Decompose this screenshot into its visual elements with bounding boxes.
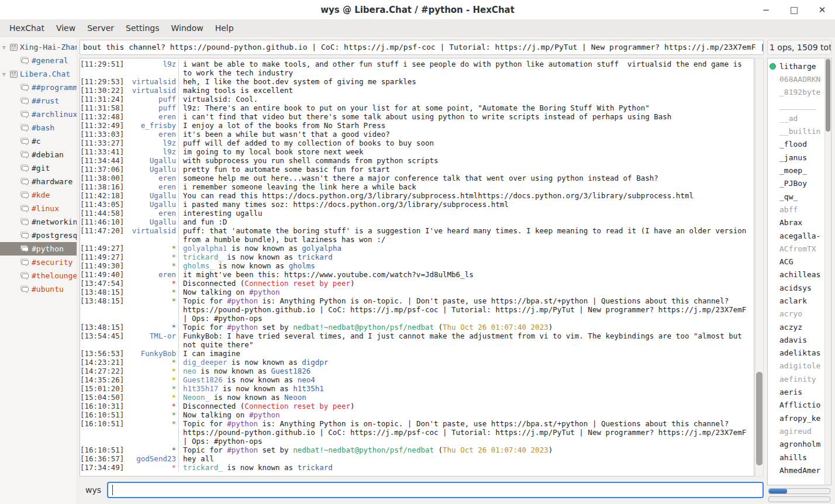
user-item-ahills[interactable]: ahills — [768, 451, 824, 464]
user-status-spacer — [770, 76, 776, 82]
message-nick: virtualsid — [126, 226, 176, 244]
user-item-achilleas[interactable]: achilleas — [768, 268, 824, 281]
user-item-afropy-ke[interactable]: afropy_ke — [768, 412, 824, 424]
event-star: * — [126, 463, 176, 472]
tree-item-rust[interactable]: ##rust — [0, 94, 77, 108]
user-item-[interactable]: ________ — [768, 99, 824, 112]
tree-item-git[interactable]: #git — [0, 161, 77, 175]
tree-item-ubuntu[interactable]: #ubuntu — [0, 282, 77, 296]
user-item-qw[interactable]: _qw_ — [768, 190, 824, 203]
tree-item-python[interactable]: #python — [0, 242, 77, 256]
user-item-ahmedamer[interactable]: AhmedAmer — [768, 464, 824, 477]
tree-item-security[interactable]: #security — [0, 256, 77, 269]
chat-line: [16:10:31]*Disconnected (Connection rese… — [80, 402, 754, 410]
user-nick-label: acegalla- — [779, 232, 820, 240]
channel-chat-icon — [20, 111, 29, 119]
chat-scrollbar[interactable] — [755, 58, 764, 477]
message-segment: is now known as — [227, 244, 302, 253]
tree-item-archlinux[interactable]: #archlinux — [0, 108, 77, 121]
user-item-ad[interactable]: __ad — [768, 112, 824, 125]
tree-expander-icon[interactable]: ▽ — [2, 44, 10, 50]
user-item-acg[interactable]: ACG — [768, 255, 824, 268]
chat-line-meta: [13:48:15]* — [80, 323, 179, 332]
timestamp: [11:29:51] — [80, 60, 124, 77]
titlebar[interactable]: wys @ Libera.Chat / #python - HexChat − … — [0, 0, 835, 19]
tree-item-thelounge[interactable]: #thelounge — [0, 269, 77, 282]
user-nick-label: adeliktas — [779, 348, 820, 357]
user-item-janus[interactable]: _janus — [768, 151, 824, 164]
chat-line-meta: [11:49:40]eren — [80, 270, 179, 279]
tree-item-label: Libera.Chat — [20, 70, 70, 78]
tree-item-linux[interactable]: #linux — [0, 202, 77, 215]
tree-item-kde[interactable]: #kde — [0, 188, 77, 202]
menu-help[interactable]: Help — [209, 23, 240, 33]
event-star: * — [126, 296, 176, 323]
user-status-spacer — [770, 246, 776, 252]
message-segment: neo — [183, 367, 196, 375]
user-item-8192byte[interactable]: _8192byte — [768, 86, 824, 99]
user-item-adigitole[interactable]: adigitole — [768, 360, 824, 372]
user-item-acfromtx[interactable]: ACfromTX — [768, 242, 824, 255]
menu-settings[interactable]: Settings — [120, 23, 165, 33]
user-item-acryo[interactable]: acryo — [768, 308, 824, 320]
menu-window[interactable]: Window — [165, 23, 209, 33]
user-item-adeliktas[interactable]: adeliktas — [768, 347, 824, 360]
user-item-adavis[interactable]: adavis — [768, 333, 824, 346]
user-item-builtin[interactable]: __builtin — [768, 125, 824, 137]
message-input[interactable] — [107, 482, 764, 498]
tree-item-programming[interactable]: ##programming — [0, 81, 77, 94]
message-segment: #python — [227, 323, 258, 332]
message-segment: nedbat!~nedbat@python/psf/nedbat — [293, 446, 434, 454]
message-segment: golyalpha — [302, 244, 341, 253]
menu-hexchat[interactable]: HexChat — [4, 23, 50, 33]
user-item-acidsys[interactable]: acidsys — [768, 281, 824, 294]
chat-line-meta: [11:33:27]l9z — [80, 139, 179, 147]
tree-item-hardware[interactable]: #hardware — [0, 175, 77, 188]
user-item-abff[interactable]: abff — [768, 203, 824, 216]
user-status-spacer — [770, 467, 776, 474]
message-segment: ( — [434, 323, 443, 332]
message-segment: and fun :D — [183, 218, 227, 226]
user-item-acegalla[interactable]: acegalla- — [768, 229, 824, 242]
message-text: h1t35h17 is now known as h1t35h1 — [179, 384, 754, 393]
user-item-pjboy[interactable]: _PJBoy — [768, 177, 824, 190]
user-nick-label: ________ — [779, 101, 816, 110]
tree-item-postgresql[interactable]: #postgresql — [0, 229, 77, 242]
message-segment: Neoon — [284, 393, 306, 402]
message-segment: You can read this https://docs.python.or… — [183, 191, 693, 200]
user-item-afflictio[interactable]: Afflictio — [768, 399, 824, 412]
user-item-aclark[interactable]: aclark — [768, 294, 824, 307]
maximize-icon[interactable]: □ — [788, 4, 800, 16]
tree-item-c[interactable]: #c — [0, 134, 77, 148]
tree-item-libera-chat[interactable]: ▽Libera.Chat — [0, 67, 77, 81]
close-icon[interactable]: ✕ — [816, 4, 828, 16]
user-status-spacer — [770, 324, 776, 330]
user-item-abrax[interactable]: Abrax — [768, 216, 824, 229]
chat-scrollbar-thumb[interactable] — [756, 372, 762, 466]
user-item-agronholm[interactable]: agronholm — [768, 438, 824, 451]
user-item-moep[interactable]: _moep_ — [768, 164, 824, 177]
user-item-agireud[interactable]: agireud — [768, 424, 824, 437]
menu-view[interactable]: View — [50, 23, 81, 33]
tree-item-xing-hai-zhan[interactable]: ▽Xing-Hai-Zhan — [0, 40, 77, 54]
minimize-icon[interactable]: − — [760, 4, 772, 16]
userlist-scrollbar-thumb[interactable] — [826, 59, 830, 132]
user-item-flood[interactable]: _flood — [768, 138, 824, 151]
tree-item-debian[interactable]: #debian — [0, 148, 77, 161]
user-item-aeris[interactable]: aeris — [768, 385, 824, 398]
tree-item-bash[interactable]: #bash — [0, 121, 77, 134]
menu-server[interactable]: Server — [81, 23, 120, 33]
userlist-scrollbar[interactable] — [824, 58, 831, 485]
user-nick-label: _8192byte — [779, 88, 820, 96]
user-item-068aadrkn[interactable]: 068AADRKN — [768, 73, 824, 85]
user-item-aczyz[interactable]: aczyz — [768, 320, 824, 333]
tree-item-general[interactable]: #general — [0, 54, 77, 67]
user-item-litharge[interactable]: litharge — [768, 60, 824, 73]
topic-bar[interactable]: bout this channel? https://pound-python.… — [80, 40, 764, 55]
tree-expander-icon[interactable]: ▽ — [2, 71, 10, 77]
user-item-aefinity[interactable]: aefinity — [768, 372, 824, 385]
chat-line-meta: [11:29:51]l9z — [80, 60, 179, 77]
message-nick: FunkyBob — [126, 349, 176, 358]
event-star: * — [126, 253, 176, 261]
tree-item-networking[interactable]: #networking — [0, 215, 77, 229]
